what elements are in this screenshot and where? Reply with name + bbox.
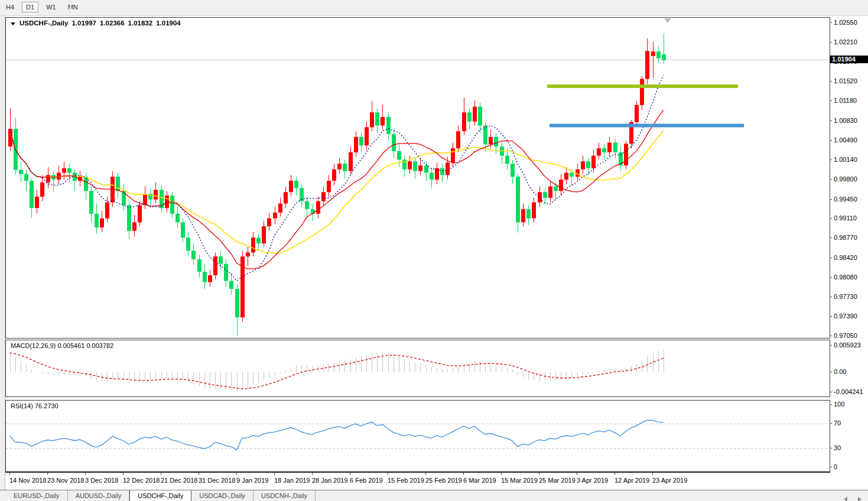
- axis-tick: [830, 423, 832, 424]
- axis-tick: [830, 467, 832, 467]
- macd-axis-label: 0.005923: [834, 341, 861, 349]
- date-axis-label: 6 Mar 2019: [463, 477, 496, 484]
- axis-tick: [830, 179, 832, 180]
- price-chart-canvas[interactable]: [6, 18, 828, 337]
- rsi-label: RSI(14) 76.2730: [11, 402, 58, 409]
- chart-shift-marker-icon[interactable]: [664, 18, 671, 23]
- macd-panel: MACD(12,26,9) 0.005461 0.003782: [5, 340, 830, 397]
- macd-signal-value: 0.003782: [86, 342, 113, 349]
- chart-symbol: USDCHF-,Daily: [19, 19, 68, 27]
- axis-tick: [830, 404, 832, 405]
- axis-tick: [830, 218, 832, 219]
- toolbar-separator: [70, 2, 70, 13]
- chart-tab-usdcnh[interactable]: USDCNH-,Daily: [253, 490, 316, 501]
- price-axis-label: 1.00140: [834, 156, 857, 163]
- date-tick: [161, 473, 161, 475]
- date-axis-label: 15 Mar 2019: [501, 477, 538, 484]
- date-tick: [501, 473, 502, 475]
- macd-canvas[interactable]: [6, 340, 828, 395]
- symbol-dropdown-icon[interactable]: [11, 22, 15, 25]
- ohlc-high: 1.02366: [100, 19, 125, 27]
- current-price-tag: 1.01904: [830, 56, 868, 63]
- date-axis-label: 31 Dec 2018: [199, 477, 235, 484]
- timeframe-button-w1[interactable]: W1: [42, 2, 60, 12]
- date-tick: [85, 473, 86, 475]
- date-tick: [9, 473, 10, 475]
- date-axis-label: 28 Jan 2019: [312, 477, 348, 484]
- window-left-edge: [0, 16, 5, 490]
- rsi-axis-label: 0: [834, 463, 837, 470]
- timeframe-button-h4[interactable]: H4: [2, 2, 18, 12]
- date-scale[interactable]: 14 Nov 201823 Nov 20183 Dec 201812 Dec 2…: [5, 473, 831, 489]
- axis-tick: [830, 160, 832, 160]
- axis-tick: [830, 316, 832, 317]
- date-tick: [123, 473, 123, 475]
- date-axis-label: 3 Apr 2019: [577, 477, 608, 484]
- ohlc-close: 1.01904: [156, 19, 181, 27]
- chart-tab-usdcad[interactable]: USDCAD-,Daily: [191, 490, 253, 501]
- price-axis-label: 0.97730: [834, 293, 857, 300]
- rsi-canvas[interactable]: [6, 401, 828, 470]
- date-tick: [350, 473, 350, 475]
- timeframe-toolbar: H4D1W1MN: [0, 0, 868, 16]
- axis-tick: [830, 100, 832, 101]
- axis-tick: [830, 277, 832, 278]
- date-axis-label: 15 Feb 2019: [388, 477, 424, 484]
- macd-axis-label: -0.004241: [834, 388, 863, 395]
- date-axis-label: 12 Dec 2018: [123, 477, 160, 484]
- timeframe-button-d1[interactable]: D1: [22, 2, 38, 12]
- date-axis-label: 3 Dec 2018: [85, 477, 118, 484]
- rsi-axis-label: 100: [834, 401, 844, 408]
- chart-tab-bar: EURUSD-,DailyAUDUSD-,DailyUSDCHF-,DailyU…: [0, 490, 868, 501]
- axis-tick: [830, 297, 832, 297]
- axis-tick: [830, 199, 832, 200]
- price-axis-label: 1.00490: [834, 136, 857, 144]
- date-tick: [47, 473, 48, 475]
- chart-tabs: EURUSD-,DailyAUDUSD-,DailyUSDCHF-,DailyU…: [0, 490, 868, 501]
- macd-label: MACD(12,26,9) 0.005461 0.003782: [11, 342, 113, 349]
- axis-tick: [830, 42, 832, 43]
- chart-title: USDCHF-,Daily1.019971.023661.018321.0190…: [11, 19, 181, 27]
- price-axis-label: 0.97050: [834, 332, 857, 339]
- macd-main-value: 0.005461: [57, 342, 84, 349]
- axis-tick: [830, 121, 832, 121]
- date-tick: [652, 473, 653, 475]
- date-axis-label: 23 Nov 2018: [47, 477, 84, 484]
- rsi-axis-label: 70: [834, 419, 841, 427]
- price-axis-label: 1.01180: [834, 97, 857, 104]
- axis-tick: [830, 258, 832, 258]
- ohlc-low: 1.01832: [128, 19, 153, 27]
- date-tick: [312, 473, 313, 475]
- date-tick: [615, 473, 615, 475]
- axis-tick: [830, 22, 832, 23]
- date-tick: [577, 473, 577, 475]
- timeframe-button-mn[interactable]: MN: [64, 2, 82, 12]
- main-chart-panel: USDCHF-,Daily1.019971.023661.018321.0190…: [5, 17, 830, 339]
- date-axis-label: 21 Dec 2018: [161, 477, 197, 484]
- axis-tick: [830, 336, 832, 336]
- price-axis-label: 0.99800: [834, 175, 857, 183]
- ohlc-open: 1.01997: [71, 19, 96, 27]
- date-axis-label: 14 Nov 2018: [9, 477, 46, 484]
- date-tick: [236, 473, 237, 475]
- chart-tab-eurusd[interactable]: EURUSD-,Daily: [6, 490, 68, 501]
- price-axis-label: 0.98080: [834, 274, 857, 281]
- chart-tab-usdchf[interactable]: USDCHF-,Daily: [129, 490, 191, 501]
- tab-scroll-right-icon[interactable]: [858, 497, 862, 501]
- chart-tab-audusd[interactable]: AUDUSD-,Daily: [68, 490, 130, 501]
- date-axis-label: 12 Apr 2019: [615, 477, 649, 484]
- date-axis-label: 25 Feb 2019: [425, 477, 462, 484]
- axis-tick: [830, 345, 832, 346]
- price-axis-label: 0.97390: [834, 313, 857, 320]
- tab-scroll-left-icon[interactable]: [844, 497, 847, 501]
- date-axis-label: 18 Jan 2019: [274, 477, 310, 484]
- timeframe-buttons: H4D1W1MN: [0, 0, 868, 12]
- axis-tick: [830, 238, 832, 238]
- date-tick: [463, 473, 464, 475]
- date-tick: [425, 473, 426, 475]
- price-axis-label: 1.01520: [834, 77, 857, 84]
- date-tick: [388, 473, 388, 475]
- date-tick: [199, 473, 199, 475]
- price-axis-label: 1.00830: [834, 117, 857, 124]
- tab-scroll-controls: [840, 493, 866, 501]
